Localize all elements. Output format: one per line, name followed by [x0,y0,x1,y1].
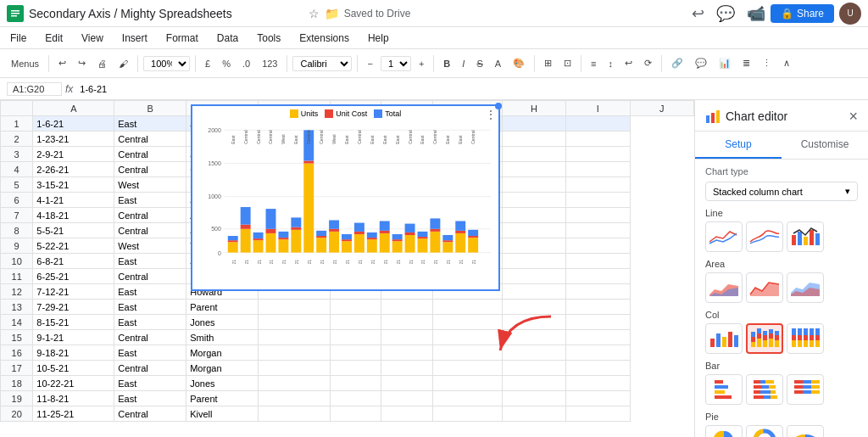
cell[interactable]: 2-9-21 [33,147,114,162]
cell[interactable]: East [114,193,186,208]
currency-button[interactable]: £ [201,56,214,71]
menu-file[interactable]: File [7,31,30,46]
cell[interactable] [502,147,565,162]
cell[interactable] [331,406,381,422]
cell[interactable] [381,376,432,391]
cell[interactable] [566,406,630,422]
menu-data[interactable]: Data [214,31,242,46]
cell[interactable] [502,284,565,300]
cell[interactable]: 6-8-21 [33,254,114,269]
cell[interactable] [259,391,331,406]
cell[interactable]: 6-25-21 [33,269,114,284]
cell[interactable] [432,315,502,330]
cell[interactable] [502,406,565,422]
undo-button[interactable]: ↩ [54,55,70,71]
table-row[interactable]: 1911-8-21EastParent [1,391,694,406]
cell[interactable]: 4-18-21 [33,208,114,223]
cell[interactable] [502,391,565,406]
cell[interactable]: 5-22-21 [33,238,114,254]
avatar[interactable]: U [839,3,861,25]
cell[interactable]: East [114,116,186,132]
bold-button[interactable]: B [439,56,454,71]
cell[interactable] [502,208,565,223]
italic-button[interactable]: I [458,56,469,71]
cell[interactable] [502,315,565,330]
cell[interactable]: Central [114,208,186,223]
menus-button[interactable]: Menus [7,56,43,71]
cell[interactable]: 5-5-21 [33,223,114,238]
table-row[interactable]: 1810-22-21EastJones [1,376,694,391]
borders-button[interactable]: ⊞ [540,55,556,71]
cell[interactable] [566,376,630,391]
cell[interactable]: 2-26-21 [33,162,114,177]
cell[interactable]: East [114,300,186,315]
pie-3d-option[interactable] [787,425,824,437]
cell[interactable]: Central [114,330,186,345]
cell[interactable] [502,330,565,345]
table-row[interactable]: 1710-5-21CentralMorgan [1,361,694,376]
cell[interactable]: Morgan [186,345,259,361]
cell[interactable] [502,376,565,391]
cell[interactable] [566,238,630,254]
cell[interactable] [502,132,565,147]
rotate-button[interactable]: ⟳ [640,55,656,71]
col-basic-option[interactable] [705,323,743,354]
cell[interactable]: Parent [186,300,259,315]
cell[interactable] [566,300,630,315]
cell[interactable] [331,330,381,345]
cell[interactable] [566,361,630,376]
cell[interactable] [259,345,331,361]
menu-edit[interactable]: Edit [42,31,66,46]
cell[interactable]: 9-1-21 [33,330,114,345]
pie-donut-option[interactable] [746,425,783,437]
strikethrough-button[interactable]: S [472,56,487,71]
cell[interactable]: Kivell [186,406,259,422]
percent-button[interactable]: % [218,56,235,71]
bar-stacked-option[interactable] [746,374,783,405]
cell[interactable] [331,376,381,391]
cell[interactable] [381,391,432,406]
cell[interactable] [566,208,630,223]
cell[interactable] [331,391,381,406]
cell[interactable]: East [114,391,186,406]
cell[interactable]: Central [114,223,186,238]
font-increase-button[interactable]: + [415,56,428,71]
decimal-button[interactable]: .0 [238,56,254,71]
cell[interactable] [502,177,565,193]
tab-customise[interactable]: Customise [782,132,868,159]
table-row[interactable]: 159-1-21CentralSmith [1,330,694,345]
cell[interactable] [381,361,432,376]
history-icon[interactable]: ↩ [692,4,704,23]
table-row[interactable]: 2011-25-21CentralKivell [1,406,694,422]
folder-icon[interactable]: 📁 [325,7,339,20]
cell[interactable] [381,315,432,330]
cell[interactable] [432,406,502,422]
star-icon[interactable]: ☆ [309,7,320,20]
cell[interactable] [566,162,630,177]
cell[interactable] [502,300,565,315]
cell[interactable]: 9-18-21 [33,345,114,361]
cell[interactable] [259,376,331,391]
cell[interactable] [381,300,432,315]
cell[interactable]: Parent [186,391,259,406]
cell[interactable] [381,406,432,422]
cell[interactable] [566,330,630,345]
cell[interactable]: Jones [186,315,259,330]
cell[interactable] [432,345,502,361]
col-100-option[interactable] [787,323,824,354]
col-stacked-option[interactable]: Stacked column chart [746,323,783,354]
menu-view[interactable]: View [78,31,107,46]
cell[interactable] [566,345,630,361]
cell[interactable]: West [114,238,186,254]
menu-help[interactable]: Help [364,31,392,46]
menu-format[interactable]: Format [163,31,202,46]
cell[interactable]: Jones [186,376,259,391]
zoom-select[interactable]: 100% [143,56,190,71]
cell[interactable] [331,361,381,376]
cell[interactable] [566,391,630,406]
cell[interactable] [259,361,331,376]
cell[interactable] [566,269,630,284]
cell[interactable]: 11-25-21 [33,406,114,422]
collapse-button[interactable]: ∧ [779,55,794,71]
chart-button[interactable]: 📊 [715,55,735,71]
